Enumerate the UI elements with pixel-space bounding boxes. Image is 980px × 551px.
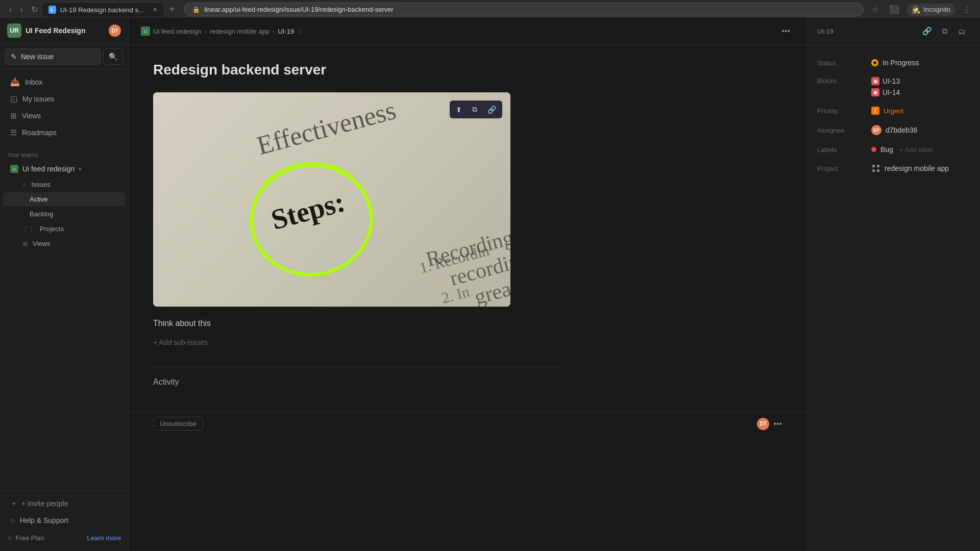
- panel-archive-button[interactable]: 🗂: [954, 24, 970, 38]
- learn-more-link[interactable]: Learn more: [87, 534, 121, 542]
- issue-image-container: Effectiveness Steps: Recordingrecordingr…: [153, 92, 510, 307]
- help-label: Help & Support: [20, 516, 68, 524]
- assignee-row[interactable]: Assignee D7 d7bdeb36: [807, 120, 980, 140]
- new-issue-button[interactable]: ✎ New issue: [5, 48, 101, 65]
- team-header[interactable]: U Ui feed redesign ▾: [3, 161, 125, 177]
- assignee-value[interactable]: D7 d7bdeb36: [871, 125, 917, 135]
- issue-body: Redesign backend server Effectiveness St…: [129, 45, 588, 411]
- user-avatar[interactable]: D7: [109, 24, 121, 37]
- sidebar-item-views[interactable]: ⊞ Views: [3, 108, 125, 124]
- image-link-button[interactable]: 🔗: [483, 103, 500, 116]
- sidebar-item-my-issues[interactable]: ◱ My issues: [3, 91, 125, 107]
- add-sub-issues-button[interactable]: + Add sub-issues: [153, 338, 564, 346]
- sidebar-item-issues[interactable]: ○ Issues: [3, 178, 125, 191]
- blocks-label: Blocks: [817, 77, 863, 85]
- notebook-image: Effectiveness Steps: Recordingrecordingr…: [153, 92, 510, 307]
- right-panel-header: UI-19 🔗 ⧉ 🗂: [807, 17, 980, 45]
- bookmark-button[interactable]: ☆: [869, 3, 882, 16]
- search-button[interactable]: 🔍: [103, 48, 123, 65]
- status-dot-inner: [873, 61, 876, 64]
- sidebar-item-help[interactable]: ○ Help & Support: [3, 512, 125, 528]
- image-copy-button[interactable]: ⧉: [468, 103, 481, 116]
- team-views-label: Views: [33, 240, 50, 247]
- status-value[interactable]: In Progress: [871, 59, 919, 67]
- priority-row[interactable]: Priority ! Urgent: [807, 102, 980, 120]
- reload-button[interactable]: ↻: [28, 3, 41, 16]
- sidebar-item-projects[interactable]: ⋮⋮ Projects: [3, 222, 125, 236]
- sidebar-actions: ✎ New issue 🔍: [0, 44, 128, 69]
- breadcrumb-issue-id[interactable]: UI-19: [278, 28, 294, 35]
- sidebar-item-backlog[interactable]: Backlog: [3, 207, 125, 221]
- main-content: U Ui feed redesign › redesign mobile app…: [129, 17, 980, 551]
- sidebar-item-inbox[interactable]: 📥 Inbox: [3, 74, 125, 90]
- project-label: Project: [817, 165, 863, 172]
- nav-controls: ‹ › ↻: [6, 3, 41, 16]
- star-icon[interactable]: ☆: [297, 27, 304, 35]
- invite-icon: ＋: [10, 499, 17, 508]
- project-row[interactable]: Project redesign mobile app: [807, 159, 980, 178]
- image-upload-button[interactable]: ⬆: [452, 103, 466, 116]
- breadcrumb-sep-1: ›: [205, 28, 207, 35]
- breadcrumb: U Ui feed redesign › redesign mobile app…: [141, 27, 304, 36]
- breadcrumb-team-avatar: U: [141, 27, 150, 36]
- team-name: Ui feed redesign: [22, 165, 75, 173]
- back-button[interactable]: ‹: [6, 3, 15, 16]
- priority-value[interactable]: ! Urgent: [871, 107, 903, 115]
- invite-people-button[interactable]: ＋ + Invite people: [3, 495, 125, 512]
- panel-issue-id: UI-19: [817, 28, 834, 35]
- panel-link-button[interactable]: 🔗: [918, 24, 936, 38]
- add-label-button[interactable]: + Add label: [899, 146, 933, 154]
- label-text: Bug: [880, 145, 893, 154]
- invite-label: + Invite people: [21, 499, 68, 508]
- tab-close-button[interactable]: ✕: [153, 6, 158, 13]
- unsubscribe-button[interactable]: Unsubscribe: [153, 417, 203, 431]
- urgent-icon: !: [871, 107, 879, 115]
- project-icon: [871, 164, 880, 173]
- workspace-name: UI Feed Redesign: [26, 27, 85, 35]
- breadcrumb-team-link[interactable]: U Ui feed redesign: [141, 27, 202, 36]
- tab-title: UI-19 Redesign backend server: [60, 6, 149, 14]
- activity-footer-right: D7 •••: [757, 418, 782, 430]
- activity-section: Activity: [153, 367, 564, 387]
- block-item-ui14[interactable]: ▣ UI-14: [871, 88, 900, 96]
- status-row[interactable]: Status In Progress: [807, 54, 980, 72]
- sidebar-item-team-views[interactable]: ⊞ Views: [3, 237, 125, 251]
- header-more-button[interactable]: •••: [777, 24, 794, 38]
- text-effectiveness: Effectiveness: [254, 95, 399, 161]
- blocks-row[interactable]: Blocks ▣ UI-13 ▣ UI-14: [807, 72, 980, 102]
- active-label: Active: [30, 195, 47, 203]
- svg-rect-1: [877, 165, 879, 167]
- activity-user-avatar: D7: [757, 418, 769, 430]
- breadcrumb-project-link[interactable]: redesign mobile app: [210, 28, 270, 35]
- labels-value[interactable]: Bug + Add label: [871, 145, 933, 154]
- issues-icon: ○: [22, 181, 26, 188]
- menu-button[interactable]: ⋮: [960, 3, 974, 16]
- incognito-label: Incognito: [923, 6, 950, 13]
- team-avatar: U: [10, 165, 18, 173]
- active-tab[interactable]: L UI-19 Redesign backend server ✕: [42, 2, 164, 17]
- my-issues-icon: ◱: [10, 94, 17, 104]
- new-tab-button[interactable]: +: [165, 2, 179, 17]
- svg-rect-2: [872, 169, 875, 172]
- sidebar-item-roadmaps[interactable]: ☰ Roadmaps: [3, 124, 125, 141]
- activity-more-button[interactable]: •••: [773, 419, 782, 429]
- activity-footer: Unsubscribe D7 •••: [129, 411, 806, 436]
- extensions-button[interactable]: ⬛: [886, 3, 902, 16]
- sidebar-item-active[interactable]: Active: [3, 192, 125, 206]
- browser-chrome: ‹ › ↻ L UI-19 Redesign backend server ✕ …: [0, 0, 980, 17]
- assignee-avatar: D7: [871, 125, 881, 135]
- forward-button[interactable]: ›: [17, 3, 26, 16]
- labels-row[interactable]: Labels Bug + Add label: [807, 140, 980, 159]
- add-sub-issues-label: + Add sub-issues: [153, 338, 208, 346]
- urgent-icon-symbol: !: [874, 108, 876, 114]
- block-item-ui13[interactable]: ▣ UI-13: [871, 77, 900, 85]
- sidebar-bottom: ＋ + Invite people ○ Help & Support ○ Fre…: [0, 490, 128, 551]
- project-value[interactable]: redesign mobile app: [871, 164, 949, 173]
- tab-favicon: L: [48, 6, 56, 14]
- status-text: In Progress: [883, 59, 919, 67]
- roadmaps-icon: ☰: [10, 128, 17, 137]
- tab-bar: ‹ › ↻ L UI-19 Redesign backend server ✕ …: [0, 0, 980, 17]
- panel-copy-button[interactable]: ⧉: [938, 24, 952, 38]
- address-bar[interactable]: 🔒 linear.app/ui-feed-redesign/issue/UI-1…: [184, 3, 864, 16]
- issue-title: Redesign backend server: [153, 62, 564, 78]
